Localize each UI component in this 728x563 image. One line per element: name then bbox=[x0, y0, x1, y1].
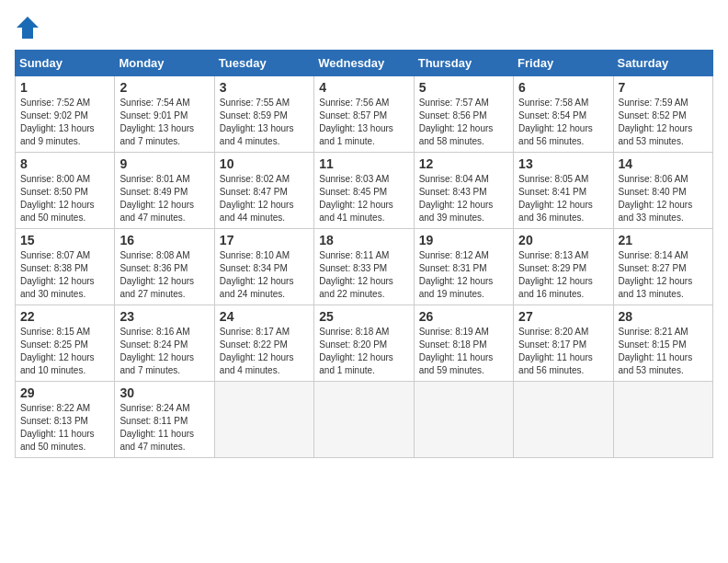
calendar-cell: 3Sunrise: 7:55 AM Sunset: 8:59 PM Daylig… bbox=[214, 76, 313, 153]
day-info: Sunrise: 8:13 AM Sunset: 8:29 PM Dayligh… bbox=[518, 249, 608, 301]
calendar-cell: 11Sunrise: 8:03 AM Sunset: 8:45 PM Dayli… bbox=[314, 153, 414, 229]
day-info: Sunrise: 8:24 AM Sunset: 8:11 PM Dayligh… bbox=[119, 402, 209, 454]
calendar-cell: 10Sunrise: 8:02 AM Sunset: 8:47 PM Dayli… bbox=[214, 153, 313, 229]
day-info: Sunrise: 8:06 AM Sunset: 8:40 PM Dayligh… bbox=[619, 173, 708, 224]
day-info: Sunrise: 8:21 AM Sunset: 8:15 PM Dayligh… bbox=[619, 326, 708, 377]
day-number: 1 bbox=[20, 80, 109, 95]
day-info: Sunrise: 8:18 AM Sunset: 8:20 PM Dayligh… bbox=[319, 326, 408, 377]
day-number: 4 bbox=[319, 80, 408, 95]
day-number: 29 bbox=[20, 385, 109, 400]
day-number: 18 bbox=[319, 233, 408, 247]
day-info: Sunrise: 8:20 AM Sunset: 8:17 PM Dayligh… bbox=[518, 326, 608, 377]
calendar-week-4: 22Sunrise: 8:15 AM Sunset: 8:25 PM Dayli… bbox=[16, 305, 713, 382]
day-number: 8 bbox=[20, 156, 109, 171]
calendar-cell: 13Sunrise: 8:05 AM Sunset: 8:41 PM Dayli… bbox=[514, 153, 613, 229]
day-info: Sunrise: 8:15 AM Sunset: 8:25 PM Dayligh… bbox=[20, 326, 109, 377]
page-header bbox=[15, 15, 713, 40]
calendar-cell: 27Sunrise: 8:20 AM Sunset: 8:17 PM Dayli… bbox=[514, 305, 613, 382]
day-number: 19 bbox=[419, 233, 508, 247]
day-info: Sunrise: 8:16 AM Sunset: 8:24 PM Dayligh… bbox=[119, 326, 209, 377]
calendar-cell: 30Sunrise: 8:24 AM Sunset: 8:11 PM Dayli… bbox=[115, 382, 214, 458]
day-info: Sunrise: 8:10 AM Sunset: 8:34 PM Dayligh… bbox=[220, 249, 309, 301]
calendar-cell: 26Sunrise: 8:19 AM Sunset: 8:18 PM Dayli… bbox=[414, 305, 513, 382]
day-number: 15 bbox=[20, 233, 109, 247]
svg-marker-0 bbox=[17, 17, 39, 39]
day-number: 22 bbox=[20, 309, 109, 324]
calendar-cell: 7Sunrise: 7:59 AM Sunset: 8:52 PM Daylig… bbox=[613, 76, 712, 153]
day-number: 12 bbox=[419, 156, 508, 171]
calendar-cell: 8Sunrise: 8:00 AM Sunset: 8:50 PM Daylig… bbox=[16, 153, 115, 229]
day-number: 24 bbox=[220, 309, 309, 324]
calendar-cell: 18Sunrise: 8:11 AM Sunset: 8:33 PM Dayli… bbox=[314, 229, 414, 305]
day-number: 6 bbox=[518, 80, 608, 95]
day-info: Sunrise: 8:22 AM Sunset: 8:13 PM Dayligh… bbox=[20, 402, 109, 454]
logo bbox=[15, 15, 44, 40]
day-info: Sunrise: 8:05 AM Sunset: 8:41 PM Dayligh… bbox=[518, 173, 608, 224]
calendar-cell: 5Sunrise: 7:57 AM Sunset: 8:56 PM Daylig… bbox=[414, 76, 513, 153]
column-header-tuesday: Tuesday bbox=[214, 51, 313, 76]
day-number: 17 bbox=[220, 233, 309, 247]
day-info: Sunrise: 8:00 AM Sunset: 8:50 PM Dayligh… bbox=[20, 173, 109, 224]
day-number: 9 bbox=[119, 156, 209, 171]
day-number: 25 bbox=[319, 309, 408, 324]
day-number: 23 bbox=[119, 309, 209, 324]
day-number: 10 bbox=[220, 156, 309, 171]
column-header-monday: Monday bbox=[115, 51, 214, 76]
day-number: 14 bbox=[619, 156, 708, 171]
calendar-cell: 6Sunrise: 7:58 AM Sunset: 8:54 PM Daylig… bbox=[514, 76, 613, 153]
day-number: 16 bbox=[119, 233, 209, 247]
day-info: Sunrise: 7:57 AM Sunset: 8:56 PM Dayligh… bbox=[419, 97, 508, 148]
calendar-cell: 19Sunrise: 8:12 AM Sunset: 8:31 PM Dayli… bbox=[414, 229, 513, 305]
calendar-cell: 12Sunrise: 8:04 AM Sunset: 8:43 PM Dayli… bbox=[414, 153, 513, 229]
day-number: 30 bbox=[119, 385, 209, 400]
calendar-cell bbox=[514, 382, 613, 458]
calendar-week-1: 1Sunrise: 7:52 AM Sunset: 9:02 PM Daylig… bbox=[16, 76, 713, 153]
day-info: Sunrise: 7:55 AM Sunset: 8:59 PM Dayligh… bbox=[220, 97, 309, 148]
column-header-saturday: Saturday bbox=[613, 51, 712, 76]
day-info: Sunrise: 7:59 AM Sunset: 8:52 PM Dayligh… bbox=[619, 97, 708, 148]
day-number: 21 bbox=[619, 233, 708, 247]
calendar-cell: 15Sunrise: 8:07 AM Sunset: 8:38 PM Dayli… bbox=[16, 229, 115, 305]
day-info: Sunrise: 7:54 AM Sunset: 9:01 PM Dayligh… bbox=[119, 97, 209, 148]
calendar-cell: 20Sunrise: 8:13 AM Sunset: 8:29 PM Dayli… bbox=[514, 229, 613, 305]
day-number: 5 bbox=[419, 80, 508, 95]
day-number: 7 bbox=[619, 80, 708, 95]
calendar-cell: 21Sunrise: 8:14 AM Sunset: 8:27 PM Dayli… bbox=[613, 229, 712, 305]
calendar-cell: 17Sunrise: 8:10 AM Sunset: 8:34 PM Dayli… bbox=[214, 229, 313, 305]
calendar-cell: 2Sunrise: 7:54 AM Sunset: 9:01 PM Daylig… bbox=[115, 76, 214, 153]
calendar-cell: 29Sunrise: 8:22 AM Sunset: 8:13 PM Dayli… bbox=[16, 382, 115, 458]
day-number: 13 bbox=[518, 156, 608, 171]
calendar-cell: 16Sunrise: 8:08 AM Sunset: 8:36 PM Dayli… bbox=[115, 229, 214, 305]
day-info: Sunrise: 8:04 AM Sunset: 8:43 PM Dayligh… bbox=[419, 173, 508, 224]
day-number: 2 bbox=[119, 80, 209, 95]
calendar-cell: 24Sunrise: 8:17 AM Sunset: 8:22 PM Dayli… bbox=[214, 305, 313, 382]
day-info: Sunrise: 8:08 AM Sunset: 8:36 PM Dayligh… bbox=[119, 249, 209, 301]
calendar-week-2: 8Sunrise: 8:00 AM Sunset: 8:50 PM Daylig… bbox=[16, 153, 713, 229]
calendar-cell: 22Sunrise: 8:15 AM Sunset: 8:25 PM Dayli… bbox=[16, 305, 115, 382]
day-info: Sunrise: 7:58 AM Sunset: 8:54 PM Dayligh… bbox=[518, 97, 608, 148]
calendar-table: SundayMondayTuesdayWednesdayThursdayFrid… bbox=[15, 50, 713, 458]
calendar-header-row: SundayMondayTuesdayWednesdayThursdayFrid… bbox=[16, 51, 713, 76]
day-info: Sunrise: 8:01 AM Sunset: 8:49 PM Dayligh… bbox=[119, 173, 209, 224]
calendar-cell: 9Sunrise: 8:01 AM Sunset: 8:49 PM Daylig… bbox=[115, 153, 214, 229]
day-info: Sunrise: 8:11 AM Sunset: 8:33 PM Dayligh… bbox=[319, 249, 408, 301]
day-info: Sunrise: 8:02 AM Sunset: 8:47 PM Dayligh… bbox=[220, 173, 309, 224]
day-info: Sunrise: 7:56 AM Sunset: 8:57 PM Dayligh… bbox=[319, 97, 408, 148]
day-number: 28 bbox=[619, 309, 708, 324]
column-header-thursday: Thursday bbox=[414, 51, 513, 76]
calendar-cell bbox=[414, 382, 513, 458]
day-number: 20 bbox=[518, 233, 608, 247]
day-info: Sunrise: 8:17 AM Sunset: 8:22 PM Dayligh… bbox=[220, 326, 309, 377]
calendar-cell bbox=[613, 382, 712, 458]
calendar-cell: 25Sunrise: 8:18 AM Sunset: 8:20 PM Dayli… bbox=[314, 305, 414, 382]
calendar-cell: 4Sunrise: 7:56 AM Sunset: 8:57 PM Daylig… bbox=[314, 76, 414, 153]
calendar-cell: 23Sunrise: 8:16 AM Sunset: 8:24 PM Dayli… bbox=[115, 305, 214, 382]
column-header-wednesday: Wednesday bbox=[314, 51, 414, 76]
calendar-cell: 14Sunrise: 8:06 AM Sunset: 8:40 PM Dayli… bbox=[613, 153, 712, 229]
calendar-week-5: 29Sunrise: 8:22 AM Sunset: 8:13 PM Dayli… bbox=[16, 382, 713, 458]
day-info: Sunrise: 7:52 AM Sunset: 9:02 PM Dayligh… bbox=[20, 97, 109, 148]
column-header-sunday: Sunday bbox=[16, 51, 115, 76]
calendar-cell: 28Sunrise: 8:21 AM Sunset: 8:15 PM Dayli… bbox=[613, 305, 712, 382]
day-info: Sunrise: 8:07 AM Sunset: 8:38 PM Dayligh… bbox=[20, 249, 109, 301]
day-number: 11 bbox=[319, 156, 408, 171]
